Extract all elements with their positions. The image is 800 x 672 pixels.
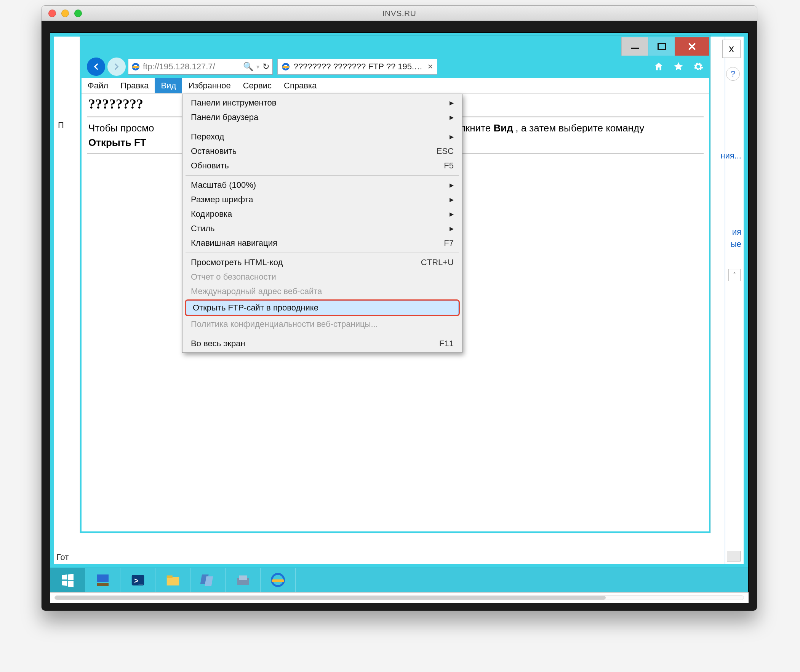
task-app2[interactable]	[226, 568, 261, 592]
bg-close-button[interactable]: x	[722, 40, 741, 58]
close-dot[interactable]	[48, 10, 56, 17]
svg-rect-0	[97, 574, 109, 582]
menu-item-9[interactable]: Кодировка	[184, 207, 461, 221]
ie-caption-bar[interactable]: ✕	[82, 37, 709, 56]
bg-link-3[interactable]: ые	[731, 239, 741, 249]
file-explorer-icon	[165, 573, 181, 588]
menu-item-1[interactable]: Панели браузера	[184, 110, 461, 125]
scroll-thumb[interactable]	[55, 596, 606, 600]
server-manager-icon	[95, 573, 110, 588]
menu-edit[interactable]: Правка	[114, 78, 155, 93]
minimize-dot[interactable]	[61, 10, 69, 17]
menu-item-label: Отчет о безопасности	[191, 272, 276, 282]
arrow-left-icon	[91, 62, 101, 72]
menu-item-10[interactable]: Стиль	[184, 221, 461, 236]
menu-item-7[interactable]: Масштаб (100%)	[184, 178, 461, 192]
menu-shortcut: F5	[444, 161, 454, 171]
search-icon[interactable]: 🔍	[243, 62, 253, 72]
para-bold1: Вид	[493, 122, 513, 134]
menu-item-4[interactable]: ОстановитьESC	[184, 144, 461, 158]
view-menu-dropdown: Панели инструментовПанели браузераПерехо…	[182, 94, 462, 353]
menu-item-label: Клавишная навигация	[191, 238, 277, 248]
remote-desktop: x ? ния... ия ые ˄ П Гот ✕	[50, 32, 749, 592]
task-powershell[interactable]: >_	[120, 568, 155, 592]
tab-close-icon[interactable]: ✕	[427, 62, 433, 71]
refresh-icon[interactable]: ↻	[262, 62, 269, 72]
menu-favorites[interactable]: Избранное	[182, 78, 237, 93]
para-frag1: Чтобы просмо	[88, 122, 154, 134]
menu-item-label: Размер шрифта	[191, 195, 253, 205]
menu-item-label: Обновить	[191, 161, 229, 171]
menu-separator	[186, 253, 459, 253]
task-server-manager[interactable]	[85, 568, 120, 592]
home-icon[interactable]	[653, 61, 664, 72]
para-frag3: , а затем выберите команду	[515, 122, 644, 134]
menu-item-14: Отчет о безопасности	[184, 270, 461, 284]
menu-help[interactable]: Справка	[278, 78, 323, 93]
mac-title: INVS.RU	[42, 9, 757, 18]
mac-body: x ? ния... ия ые ˄ П Гот ✕	[42, 21, 757, 611]
menu-item-label: Просмотреть HTML-код	[191, 258, 283, 267]
scroll-track	[54, 595, 744, 600]
url-text: ftp://195.128.127.7/	[143, 62, 240, 72]
menu-item-19[interactable]: Во весь экранF11	[184, 336, 461, 351]
menu-item-16[interactable]: Открыть FTP-сайт в проводнике	[185, 299, 460, 316]
menu-item-5[interactable]: ОбновитьF5	[184, 158, 461, 173]
menu-shortcut: CTRL+U	[421, 258, 454, 267]
menu-item-8[interactable]: Размер шрифта	[184, 192, 461, 207]
task-ie[interactable]	[261, 568, 296, 592]
help-label: ?	[731, 69, 735, 79]
menu-item-17: Политика конфиденциальности веб-страницы…	[184, 317, 461, 331]
task-app1[interactable]	[190, 568, 226, 592]
menu-item-11[interactable]: Клавишная навигацияF7	[184, 236, 461, 250]
bg-tray-icon[interactable]	[727, 551, 741, 562]
menu-item-13[interactable]: Просмотреть HTML-кодCTRL+U	[184, 255, 461, 270]
bg-scroll-up[interactable]: ˄	[728, 269, 741, 281]
bg-left-label: П	[58, 120, 64, 130]
bg-link-1[interactable]: ния...	[720, 151, 741, 161]
app-icon-2	[235, 573, 251, 588]
zoom-dot[interactable]	[74, 10, 82, 17]
menu-item-label: Во весь экран	[191, 339, 245, 349]
mac-titlebar[interactable]: INVS.RU	[42, 6, 757, 21]
menu-item-label: Кодировка	[191, 209, 232, 219]
task-explorer[interactable]	[155, 568, 190, 592]
help-icon[interactable]: ?	[726, 67, 740, 81]
menu-item-label: Стиль	[191, 224, 215, 234]
menu-tools[interactable]: Сервис	[237, 78, 278, 93]
mac-horizontal-scrollbar[interactable]	[50, 592, 749, 603]
maximize-button[interactable]	[648, 37, 675, 56]
para-bold2: Открыть FT	[88, 137, 146, 148]
bg-status: Гот	[56, 552, 69, 562]
ie-window: ✕ ftp://195.128.127.7/ 🔍 ▾ ↻	[80, 36, 710, 533]
menu-separator	[186, 127, 459, 127]
menu-item-3[interactable]: Переход	[184, 130, 461, 144]
gear-icon[interactable]	[693, 61, 704, 72]
menu-item-label: Масштаб (100%)	[191, 180, 256, 190]
favorites-icon[interactable]	[673, 61, 684, 72]
browser-tab[interactable]: ???????? ??????? FTP ?? 195.1... ✕	[277, 59, 437, 75]
menu-shortcut: F11	[439, 339, 454, 349]
menu-item-label: Остановить	[191, 146, 237, 156]
menu-separator	[186, 175, 459, 176]
menu-item-label: Переход	[191, 132, 224, 142]
menu-bar: Файл Правка Вид Избранное Сервис Справка	[82, 78, 709, 94]
menu-item-label: Панели инструментов	[191, 98, 276, 108]
svg-rect-5	[166, 575, 172, 578]
menu-view[interactable]: Вид	[155, 78, 182, 93]
address-bar[interactable]: ftp://195.128.127.7/ 🔍 ▾ ↻	[128, 59, 273, 75]
powershell-icon: >_	[130, 573, 146, 588]
forward-button[interactable]	[107, 58, 126, 76]
svg-rect-1	[97, 583, 109, 586]
taskbar-spacer	[296, 568, 748, 592]
back-button[interactable]	[87, 58, 105, 76]
menu-item-0[interactable]: Панели инструментов	[184, 96, 461, 110]
ie-icon	[270, 573, 286, 588]
close-button[interactable]: ✕	[675, 37, 709, 56]
menu-item-label: Открыть FTP-сайт в проводнике	[193, 303, 318, 313]
start-button[interactable]	[50, 568, 85, 592]
menu-separator	[186, 334, 459, 334]
minimize-button[interactable]	[621, 37, 648, 56]
bg-link-2[interactable]: ия	[732, 227, 741, 237]
menu-file[interactable]: Файл	[82, 78, 114, 93]
